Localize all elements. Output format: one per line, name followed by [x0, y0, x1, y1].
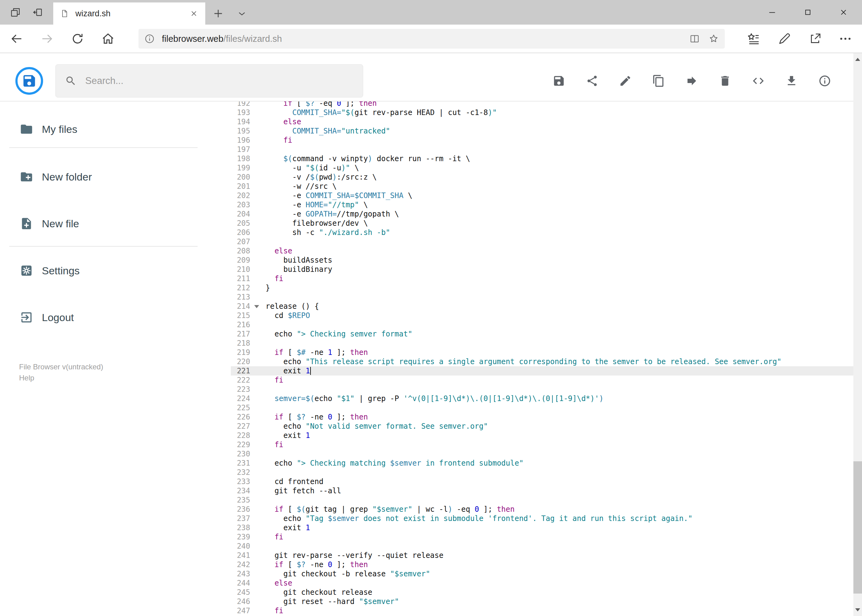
code-line[interactable]: git checkout release	[266, 588, 372, 597]
code-line[interactable]: if [ $? -ne 0 ]; then	[266, 560, 368, 569]
editor-row[interactable]: 227 echo "Not valid semver format. See s…	[231, 422, 853, 431]
editor-row[interactable]: 203 -e HOME="//tmp" \	[231, 200, 853, 209]
editor-row[interactable]: 204 -e GOPATH=//tmp/gopath \	[231, 209, 853, 218]
editor-row[interactable]: 246 git reset --hard "$semver"	[231, 597, 853, 606]
rename-button[interactable]	[619, 74, 632, 87]
editor-row[interactable]: 237 echo "Tag $semver does not exist in …	[231, 514, 853, 523]
code-line[interactable]: fi	[266, 274, 284, 283]
home-button[interactable]	[101, 32, 115, 46]
scroll-up-button[interactable]	[853, 53, 862, 66]
tab-close-icon[interactable]	[189, 9, 199, 18]
editor-row[interactable]: 197	[231, 145, 853, 154]
code-line[interactable]: git reset --hard "$semver"	[266, 597, 399, 606]
delete-button[interactable]	[719, 74, 731, 87]
code-line[interactable]: cd frontend	[266, 477, 323, 486]
code-line[interactable]: if [ $? -ne 0 ]; then	[266, 412, 368, 422]
address-bar[interactable]: filebrowser.web/files/wizard.sh	[139, 29, 725, 49]
code-line[interactable]: sh -c "./wizard.sh -b"	[266, 228, 390, 237]
tabs-set-aside-icon[interactable]	[10, 7, 21, 18]
save-button[interactable]	[552, 74, 565, 87]
code-line[interactable]: filebrowser/dev \	[266, 218, 368, 228]
code-line[interactable]: else	[266, 578, 292, 588]
editor-row[interactable]: 202 -e COMMIT_SHA=$COMMIT_SHA \	[231, 191, 853, 200]
help-link[interactable]: Help	[19, 374, 34, 382]
editor-row[interactable]: 212}	[231, 283, 853, 292]
code-line[interactable]: else	[266, 246, 292, 256]
editor-row[interactable]: 221 exit 1	[231, 366, 853, 376]
info-button[interactable]	[818, 74, 831, 87]
editor-row[interactable]: 218	[231, 339, 853, 348]
editor-row[interactable]: 234 git fetch --all	[231, 486, 853, 495]
forward-button[interactable]	[40, 32, 54, 46]
editor-row[interactable]: 205 filebrowser/dev \	[231, 218, 853, 228]
code-line[interactable]: exit 1	[266, 366, 311, 376]
editor-row[interactable]: 223	[231, 385, 853, 394]
code-line[interactable]: $(command -v winpty) docker run --rm -it…	[266, 154, 470, 163]
editor-row[interactable]: 245 git checkout release	[231, 588, 853, 597]
code-line[interactable]: fi	[266, 606, 284, 615]
editor-row[interactable]: 194 else	[231, 117, 853, 126]
search-input[interactable]	[85, 75, 337, 86]
code-line[interactable]: -w //src \	[266, 182, 337, 191]
editor-row[interactable]: 247 fi	[231, 606, 853, 615]
editor-row[interactable]: 226 if [ $? -ne 0 ]; then	[231, 412, 853, 422]
code-line[interactable]: else	[266, 117, 301, 126]
editor-row[interactable]: 196 fi	[231, 136, 853, 145]
refresh-button[interactable]	[71, 32, 85, 46]
code-line[interactable]: git rev-parse --verify --quiet release	[266, 551, 443, 560]
editor-row[interactable]: 222 fi	[231, 376, 853, 385]
sidebar-item-new-folder[interactable]: New folder	[0, 162, 198, 192]
code-line[interactable]: if [ $# -ne 1 ]; then	[266, 348, 368, 357]
code-line[interactable]: fi	[266, 376, 284, 385]
code-line[interactable]: if [ $? -eq 0 ]; then	[266, 102, 377, 108]
editor-row[interactable]: 220 echo "This release script requires a…	[231, 357, 853, 366]
editor-row[interactable]: 233 cd frontend	[231, 477, 853, 486]
editor-row[interactable]: 200 -v /$(pwd):/src:z \	[231, 173, 853, 182]
tab-preview-chevron-icon[interactable]	[236, 8, 248, 19]
editor-row[interactable]: 201 -w //src \	[231, 182, 853, 191]
search-box[interactable]	[55, 64, 363, 97]
maximize-button[interactable]	[794, 0, 821, 25]
editor-row[interactable]: 240	[231, 542, 853, 551]
download-button[interactable]	[785, 74, 798, 87]
editor-row[interactable]: 195 COMMIT_SHA="untracked"	[231, 126, 853, 136]
editor-row[interactable]: 207	[231, 237, 853, 246]
sidebar-item-settings[interactable]: Settings	[0, 255, 198, 286]
minimize-button[interactable]	[759, 0, 785, 25]
editor-row[interactable]: 229 fi	[231, 440, 853, 449]
code-line[interactable]: -e GOPATH=//tmp/gopath \	[266, 209, 399, 218]
code-line[interactable]: git checkout -b release "$semver"	[266, 569, 430, 578]
editor-row[interactable]: 214release () {	[231, 302, 853, 311]
sidebar-item-logout[interactable]: Logout	[0, 302, 198, 333]
code-line[interactable]: fi	[266, 532, 284, 542]
editor-row[interactable]: 236 if [ $(git tag | grep "$semver" | wc…	[231, 504, 853, 514]
editor-row[interactable]: 224 semver=$(echo "$1" | grep -P '^v(0|[…	[231, 394, 853, 403]
reading-view-icon[interactable]	[689, 33, 700, 44]
editor-row[interactable]: 232	[231, 468, 853, 477]
code-line[interactable]: -v /$(pwd):/src:z \	[266, 173, 377, 182]
editor-row[interactable]: 211 fi	[231, 274, 853, 283]
code-line[interactable]: buildAssets	[266, 256, 333, 265]
code-line[interactable]: exit 1	[266, 431, 310, 440]
code-line[interactable]: COMMIT_SHA="untracked"	[266, 126, 390, 136]
back-button[interactable]	[9, 32, 24, 46]
editor-row[interactable]: 193 COMMIT_SHA="$(git rev-parse HEAD | c…	[231, 108, 853, 117]
code-line[interactable]: echo "Tag $semver does not exist in subm…	[266, 514, 692, 523]
scroll-thumb[interactable]	[853, 461, 862, 594]
editor-row[interactable]: 242 if [ $? -ne 0 ]; then	[231, 560, 853, 569]
move-button[interactable]	[686, 74, 698, 87]
code-line[interactable]: cd $REPO	[266, 311, 310, 320]
share-icon[interactable]	[808, 32, 822, 46]
code-line[interactable]: echo "> Checking semver format"	[266, 329, 412, 339]
copy-button[interactable]	[652, 74, 665, 87]
more-icon[interactable]	[838, 32, 853, 46]
editor[interactable]: 192 if [ $? -eq 0 ]; then193 COMMIT_SHA=…	[231, 102, 853, 616]
set-tabs-aside-icon[interactable]	[32, 7, 43, 18]
code-line[interactable]: git fetch --all	[266, 486, 341, 495]
web-notes-icon[interactable]	[777, 32, 791, 46]
editor-row[interactable]: 230	[231, 449, 853, 459]
scroll-down-button[interactable]	[853, 604, 862, 616]
favorite-star-icon[interactable]	[708, 33, 719, 44]
sidebar-item-my-files[interactable]: My files	[0, 114, 198, 145]
editor-row[interactable]: 239 fi	[231, 532, 853, 542]
